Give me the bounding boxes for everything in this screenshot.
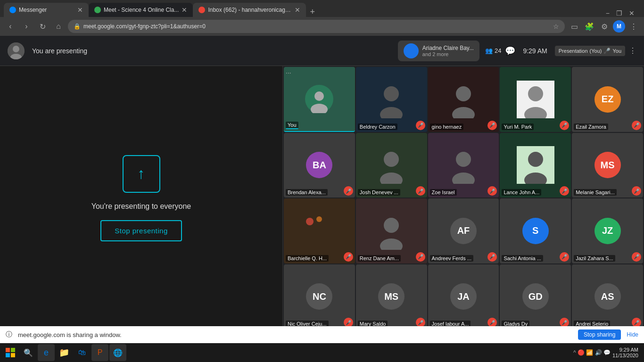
taskbar-app-chrome[interactable]: 🌐 — [109, 344, 126, 361]
participant-tile-you: ··· You — [284, 67, 355, 132]
stop-sharing-button[interactable]: Stop sharing — [578, 329, 621, 340]
taskbar-app-store[interactable]: 🛍 — [74, 344, 91, 361]
presenting-text: You are presenting — [32, 47, 87, 55]
participant-tile-nic: NC 🎤 Nic Oliver Ceju... — [284, 264, 355, 329]
taskbar-icons: ^ 🔴 📶 🔊 💬 — [573, 349, 611, 356]
tab-meet-close[interactable]: ✕ — [182, 6, 187, 14]
tile-menu-icon: ··· — [286, 69, 291, 76]
upload-icon-box: ↑ — [123, 155, 160, 193]
meeting-and-more: and 2 more — [422, 51, 474, 57]
reload-button[interactable]: ↻ — [36, 20, 49, 33]
participant-name-jazil: Jazil Zahara S... — [574, 255, 615, 262]
participant-name-you: You — [286, 122, 298, 129]
back-button[interactable]: ‹ — [4, 20, 17, 33]
mic-muted-gino: 🎤 — [487, 121, 497, 130]
meeting-participant-name: Ariadne Claire Bay... — [422, 45, 474, 51]
topbar-right: 👥 24 💬 9:29 AM Presentation (You) 🎤 You … — [485, 46, 636, 56]
stop-presenting-button[interactable]: Stop presenting — [100, 220, 182, 241]
meeting-participant-info: Ariadne Claire Bay... and 2 more — [422, 45, 474, 57]
svg-point-26 — [316, 216, 322, 222]
participant-tile-melanie: MS 🎤 Melanie Sagari... — [572, 133, 643, 198]
gmail-favicon — [198, 7, 205, 13]
mic-muted-gladys: 🎤 — [560, 318, 569, 327]
cast-icon[interactable]: ▭ — [568, 20, 581, 33]
svg-point-19 — [456, 152, 471, 167]
browser-frame: Messenger ✕ Meet - Science 4 Online Cla.… — [0, 0, 644, 36]
profile-icon[interactable]: M — [613, 20, 625, 33]
tab-messenger-close[interactable]: ✕ — [77, 6, 83, 14]
forward-button[interactable]: › — [20, 20, 33, 33]
mic-muted-ezail: 🎤 — [632, 121, 641, 130]
hide-button[interactable]: Hide — [627, 331, 638, 338]
more-options-icon[interactable]: ⋮ — [629, 46, 636, 55]
taskbar: 🔍 e 📁 🛍 P 🌐 ^ 🔴 📶 🔊 💬 9:29 AM 11/13/2020 — [0, 343, 644, 362]
avatar-gladys: GD — [522, 283, 549, 310]
svg-point-22 — [528, 152, 543, 167]
people-count: 24 — [495, 47, 501, 54]
tab-messenger[interactable]: Messenger ✕ — [4, 3, 89, 17]
svg-point-16 — [384, 152, 399, 167]
files-icon: 📁 — [59, 347, 69, 358]
tab-meet[interactable]: Meet - Science 4 Online Cla... ✕ — [89, 3, 193, 17]
taskbar-app-powerpoint[interactable]: P — [91, 344, 108, 361]
maximize-button[interactable]: ❐ — [614, 9, 624, 17]
taskbar-datetime: 9:29 AM 11/13/2020 — [612, 347, 638, 358]
people-icon: 👥 — [485, 47, 493, 54]
participant-name-yuri: Yuri M. Park — [502, 123, 534, 130]
participant-tile-lance: 🎤 Lance John A... — [500, 133, 571, 198]
presenting-message: You're presenting to everyone — [91, 202, 191, 211]
participant-name-lance: Lance John A... — [502, 189, 541, 196]
participant-tile-ezail: EZ 🎤 Ezail Zamora — [572, 67, 643, 132]
tab-gmail[interactable]: Inbox (662) - hannahveronicage... ✕ — [193, 3, 306, 17]
participant-tile-yuri: 🎤 Yuri M. Park — [500, 67, 571, 132]
home-button[interactable]: ⌂ — [52, 20, 65, 33]
taskbar-app-edge[interactable]: e — [38, 344, 55, 361]
menu-icon[interactable]: ⋮ — [627, 20, 640, 33]
minimize-button[interactable]: − — [604, 9, 611, 17]
meeting-info[interactable]: Ariadne Claire Bay... and 2 more — [398, 41, 479, 61]
browser-right-icons: ▭ 🧩 ⚙ M ⋮ — [568, 20, 640, 33]
svg-point-1 — [13, 46, 19, 52]
taskbar-app-files[interactable]: 📁 — [56, 344, 73, 361]
participant-tile-gino: 🎤 gino hernaez — [428, 67, 499, 132]
people-button[interactable]: 👥 24 — [485, 47, 501, 54]
presenting-content: ↑ You're presenting to everyone Stop pre… — [91, 155, 191, 241]
url-bar[interactable]: 🔒 meet.google.com/gyt-fgnp-ztc?pli=1&aut… — [68, 20, 565, 33]
settings-icon[interactable]: ⚙ — [598, 20, 611, 33]
avatar-sachi: S — [522, 218, 549, 244]
extension-icon[interactable]: 🧩 — [583, 20, 596, 33]
lock-icon: 🔒 — [74, 23, 81, 30]
top-panel: Presentation (You) 🎤 You — [555, 46, 625, 56]
participant-name-renz: Renz Dane Am... — [358, 255, 401, 262]
participant-tile-andreev: AF 🎤 Andreev Ferds ... — [428, 198, 499, 263]
windows-start-button[interactable] — [2, 344, 19, 361]
participant-name-ezail: Ezail Zamora — [574, 123, 608, 130]
panel-sublabel: (You) — [590, 48, 602, 54]
edge-icon: e — [44, 348, 49, 358]
svg-rect-30 — [6, 348, 10, 352]
mic-muted-sachi: 🎤 — [560, 252, 569, 262]
messenger-favicon — [9, 7, 16, 13]
tab-gmail-close[interactable]: ✕ — [295, 6, 300, 14]
star-icon[interactable]: ☆ — [553, 23, 559, 30]
search-button[interactable]: 🔍 — [21, 345, 36, 360]
new-tab-button[interactable]: + — [306, 7, 319, 17]
participant-tile-renz: 🎤 Renz Dane Am... — [356, 198, 427, 263]
mic-muted-renz: 🎤 — [416, 252, 425, 262]
avatar-melanie: MS — [594, 152, 621, 178]
participants-grid: ··· You 🎤 Beldrey Carzon 🎤 gino hernaez … — [283, 66, 644, 330]
participant-tile-gladys: GD 🎤 Gladys Dy — [500, 264, 571, 329]
mic-muted-nic: 🎤 — [344, 318, 353, 327]
presenting-area: ↑ You're presenting to everyone Stop pre… — [0, 66, 283, 330]
time-display: 9:29 AM — [523, 47, 547, 55]
avatar-andrei: AS — [594, 283, 621, 310]
chat-button[interactable]: 💬 — [505, 46, 515, 56]
mic-muted-zoe: 🎤 — [487, 186, 497, 196]
avatar-mary: MS — [378, 283, 405, 310]
close-button[interactable]: ✕ — [627, 9, 636, 17]
meet-main: ↑ You're presenting to everyone Stop pre… — [0, 66, 644, 330]
participant-name-gino: gino hernaez — [430, 123, 464, 130]
tab-bar: Messenger ✕ Meet - Science 4 Online Cla.… — [0, 0, 644, 17]
mic-muted-jazil: 🎤 — [632, 252, 641, 262]
meet-app: You are presenting Ariadne Claire Bay...… — [0, 36, 644, 362]
